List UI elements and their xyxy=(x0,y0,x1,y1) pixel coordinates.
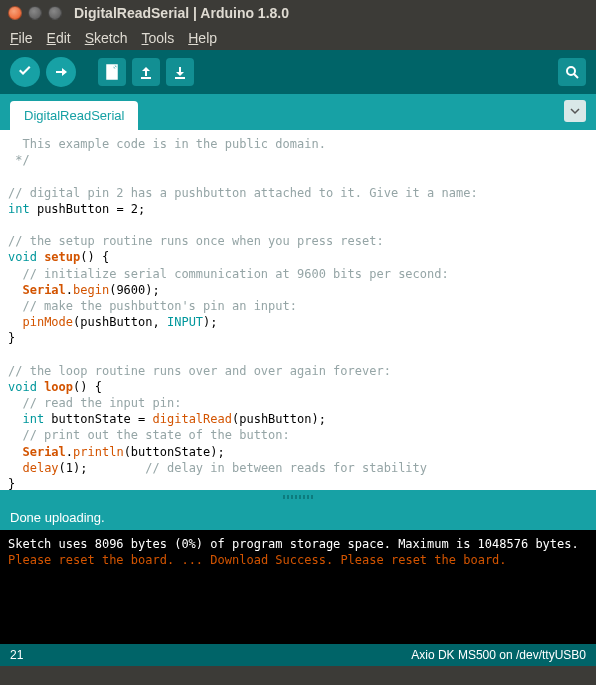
console-line: Please reset the board. xyxy=(340,553,506,567)
code-text: ); xyxy=(203,315,217,329)
console-line: ... xyxy=(181,553,203,567)
arrow-up-icon xyxy=(138,64,154,80)
minimize-window-button[interactable] xyxy=(28,6,42,20)
svg-rect-1 xyxy=(141,77,151,79)
code-function: pinMode xyxy=(22,315,73,329)
code-comment: // print out the state of the button: xyxy=(8,428,290,442)
menu-edit[interactable]: Edit xyxy=(47,30,71,46)
code-comment: // digital pin 2 has a pushbutton attach… xyxy=(8,186,478,200)
console-line: Sketch uses 8096 bytes (0%) of program s… xyxy=(8,537,579,551)
code-comment: // the setup routine runs once when you … xyxy=(8,234,384,248)
serial-monitor-button[interactable] xyxy=(558,58,586,86)
line-number: 21 xyxy=(10,648,23,662)
code-text: (1); xyxy=(59,461,88,475)
footer-bar: 21 Axio DK MS500 on /dev/ttyUSB0 xyxy=(0,644,596,666)
menubar: File Edit Sketch Tools Help xyxy=(0,26,596,50)
tab-menu-dropdown[interactable] xyxy=(564,100,586,122)
status-message: Done uploading. xyxy=(10,510,105,525)
grip-icon xyxy=(283,495,313,499)
code-text: } xyxy=(8,477,15,490)
code-function: begin xyxy=(73,283,109,297)
menu-tools[interactable]: Tools xyxy=(142,30,175,46)
code-text: (pushButton); xyxy=(232,412,326,426)
tab-bar: DigitalReadSerial xyxy=(0,94,596,130)
code-function: println xyxy=(73,445,124,459)
open-sketch-button[interactable] xyxy=(132,58,160,86)
window-titlebar: DigitalReadSerial | Arduino 1.8.0 xyxy=(0,0,596,26)
tab-sketch[interactable]: DigitalReadSerial xyxy=(10,101,138,130)
window-buttons xyxy=(8,6,62,20)
chevron-down-icon xyxy=(570,106,580,116)
code-keyword: void xyxy=(8,380,37,394)
console-output[interactable]: Sketch uses 8096 bytes (0%) of program s… xyxy=(0,530,596,644)
code-keyword: int xyxy=(22,412,44,426)
code-text: (buttonState); xyxy=(124,445,225,459)
code-comment: // initialize serial communication at 96… xyxy=(8,267,449,281)
code-text: . xyxy=(66,445,73,459)
check-icon xyxy=(17,64,33,80)
save-sketch-button[interactable] xyxy=(166,58,194,86)
file-icon xyxy=(104,64,120,80)
window-title: DigitalReadSerial | Arduino 1.8.0 xyxy=(74,5,289,21)
pane-divider[interactable] xyxy=(0,490,596,504)
status-bar: Done uploading. xyxy=(0,504,596,530)
magnifier-icon xyxy=(564,64,580,80)
arrow-down-icon xyxy=(172,64,188,80)
menu-file[interactable]: File xyxy=(10,30,33,46)
arrow-right-icon xyxy=(53,64,69,80)
code-function: digitalRead xyxy=(153,412,232,426)
code-comment: // make the pushbutton's pin an input: xyxy=(8,299,297,313)
code-comment: // delay in between reads for stability xyxy=(87,461,427,475)
toolbar xyxy=(0,50,596,94)
code-function: setup xyxy=(44,250,80,264)
maximize-window-button[interactable] xyxy=(48,6,62,20)
code-class: Serial xyxy=(22,283,65,297)
code-constant: INPUT xyxy=(167,315,203,329)
code-text: (9600); xyxy=(109,283,160,297)
code-text: buttonState = xyxy=(44,412,152,426)
code-text: } xyxy=(8,331,15,345)
code-keyword: int xyxy=(8,202,30,216)
code-text: () { xyxy=(80,250,109,264)
verify-button[interactable] xyxy=(10,57,40,87)
code-comment: This example code is in the public domai… xyxy=(8,137,326,151)
board-info: Axio DK MS500 on /dev/ttyUSB0 xyxy=(411,648,586,662)
code-function: loop xyxy=(44,380,73,394)
close-window-button[interactable] xyxy=(8,6,22,20)
new-sketch-button[interactable] xyxy=(98,58,126,86)
code-editor[interactable]: This example code is in the public domai… xyxy=(0,130,596,490)
svg-rect-2 xyxy=(175,77,185,79)
code-function: delay xyxy=(22,461,58,475)
code-comment: // read the input pin: xyxy=(8,396,181,410)
code-keyword: void xyxy=(8,250,37,264)
code-comment: */ xyxy=(8,153,30,167)
code-class: Serial xyxy=(22,445,65,459)
menu-sketch[interactable]: Sketch xyxy=(85,30,128,46)
upload-button[interactable] xyxy=(46,57,76,87)
console-line: Download Success. xyxy=(210,553,333,567)
svg-point-3 xyxy=(567,67,575,75)
code-text: pushButton = 2; xyxy=(30,202,146,216)
code-text: . xyxy=(66,283,73,297)
code-text: (pushButton, xyxy=(73,315,167,329)
console-line: Please reset the board. xyxy=(8,553,174,567)
code-text: () { xyxy=(73,380,102,394)
menu-help[interactable]: Help xyxy=(188,30,217,46)
code-comment: // the loop routine runs over and over a… xyxy=(8,364,391,378)
